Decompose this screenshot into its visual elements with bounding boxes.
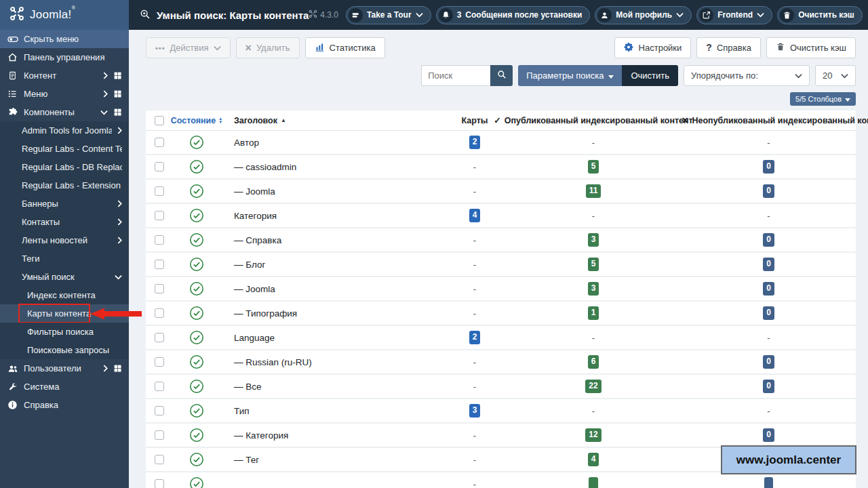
select-all-checkbox[interactable] xyxy=(155,116,164,125)
row-checkbox[interactable] xyxy=(155,211,164,220)
row-checkbox[interactable] xyxy=(155,382,164,391)
my-profile-pill[interactable]: Мой профиль xyxy=(595,6,692,24)
sidebar-item-11[interactable]: Ленты новостей xyxy=(0,231,129,249)
clear-cache-pill[interactable]: Очистить кэш xyxy=(777,6,863,24)
empty-dash: - xyxy=(473,382,476,392)
search-button[interactable] xyxy=(490,65,513,86)
frontend-pill[interactable]: Frontend xyxy=(696,6,772,24)
row-checkbox[interactable] xyxy=(155,260,164,269)
row-checkbox[interactable] xyxy=(155,333,164,342)
row-checkbox[interactable] xyxy=(155,455,164,464)
sidebar-item-4[interactable]: Компоненты xyxy=(0,103,129,121)
question-icon: ? xyxy=(706,43,712,53)
sort-status-header[interactable]: Состояние ▲▼ xyxy=(171,116,222,125)
sidebar-item-7[interactable]: Regular Labs - DB Replacer xyxy=(0,158,129,176)
search-input[interactable] xyxy=(421,65,490,86)
published-status-icon[interactable] xyxy=(189,330,204,345)
search-options-button[interactable]: Параметры поиска xyxy=(518,65,622,86)
dashboard-grid-icon[interactable] xyxy=(113,89,122,98)
help-button[interactable]: ?Справка xyxy=(696,37,761,58)
row-checkbox[interactable] xyxy=(155,138,164,147)
sidebar-item-9[interactable]: Баннеры xyxy=(0,195,129,213)
clear-button[interactable]: Очистить xyxy=(622,65,678,86)
unpublished-cell: - xyxy=(682,211,856,221)
take-a-tour-pill[interactable]: Take a Tour xyxy=(346,6,431,24)
row-status-cell xyxy=(173,159,220,174)
maps-cell: 2 xyxy=(444,136,505,148)
published-status-icon[interactable] xyxy=(189,184,204,199)
dashboard-grid-icon[interactable] xyxy=(113,364,122,373)
published-cell: 11 xyxy=(505,184,682,197)
published-status-icon[interactable] xyxy=(189,428,204,443)
row-checkbox[interactable] xyxy=(155,284,164,293)
row-checkbox[interactable] xyxy=(155,235,164,245)
chevron-right-icon xyxy=(103,90,108,98)
sidebar-item-10[interactable]: Контакты xyxy=(0,213,129,231)
published-status-icon[interactable] xyxy=(189,257,204,272)
limit-select[interactable]: 20 xyxy=(815,65,856,86)
order-select[interactable]: Упорядочить по: xyxy=(684,65,810,86)
actions-button: •••Действия xyxy=(146,37,231,58)
clear-cache-button[interactable]: Очистить кэш xyxy=(766,37,856,58)
published-status-icon[interactable] xyxy=(189,306,204,321)
published-status-icon[interactable] xyxy=(189,208,204,223)
published-status-icon[interactable] xyxy=(189,452,204,467)
row-checkbox[interactable] xyxy=(155,406,164,415)
sidebar-item-0[interactable]: Скрыть меню xyxy=(0,30,129,48)
sidebar-item-1[interactable]: Панель управления xyxy=(0,48,129,66)
row-checkbox[interactable] xyxy=(155,162,164,171)
sidebar-item-14[interactable]: Индекс контента xyxy=(0,286,129,304)
sidebar-item-20[interactable]: Справка xyxy=(0,396,129,414)
published-status-icon[interactable] xyxy=(189,281,204,296)
sidebar-item-12[interactable]: Теги xyxy=(0,249,129,268)
sidebar-item-5[interactable]: Admin Tools for Joomla! xyxy=(0,121,129,140)
maps-cell: - xyxy=(444,382,505,392)
sidebar-item-3[interactable]: Меню xyxy=(0,85,129,103)
empty-dash: - xyxy=(473,162,476,172)
chevron-down-icon xyxy=(795,70,802,81)
options-button[interactable]: Настройки xyxy=(614,37,692,58)
chevron-right-icon xyxy=(103,72,108,79)
row-checkbox[interactable] xyxy=(155,430,164,440)
published-status-icon[interactable] xyxy=(189,159,204,174)
maps-cell: - xyxy=(444,357,505,367)
published-status-icon[interactable] xyxy=(189,232,204,247)
sidebar-item-19[interactable]: Система xyxy=(0,378,129,396)
unpublished-cell: 0 xyxy=(682,428,856,441)
post-install-messages-pill[interactable]: 3Сообщения после установки xyxy=(436,6,591,24)
row-title: Автор xyxy=(234,138,259,148)
empty-dash: - xyxy=(592,406,595,416)
statistics-button[interactable]: Статистика xyxy=(305,37,385,58)
published-status-icon[interactable] xyxy=(189,135,204,150)
sidebar-item-label: Система xyxy=(24,382,122,392)
sidebar-item-17[interactable]: Поисковые запросы xyxy=(0,341,129,359)
published-cell: 5 xyxy=(505,160,682,173)
sidebar-item-8[interactable]: Regular Labs - Extension Manager xyxy=(0,176,129,195)
wrench-icon xyxy=(7,382,18,392)
sidebar-item-2[interactable]: Контент xyxy=(0,66,129,85)
published-status-icon[interactable] xyxy=(189,379,204,394)
maps-badge: 4 xyxy=(469,209,481,222)
sidebar-item-6[interactable]: Regular Labs - Content Templater xyxy=(0,140,129,158)
maps-cell: - xyxy=(444,430,505,441)
sort-asc-icon: ▲ xyxy=(281,117,286,123)
dashboard-grid-icon[interactable] xyxy=(113,71,122,80)
published-status-icon[interactable] xyxy=(189,476,204,488)
sidebar-item-18[interactable]: Пользователи xyxy=(0,359,129,378)
row-checkbox[interactable] xyxy=(155,186,164,196)
columns-button[interactable]: 5/5 Столбцов xyxy=(790,92,856,106)
row-title: — Типография xyxy=(234,308,297,319)
row-checkbox[interactable] xyxy=(155,308,164,318)
row-checkbox[interactable] xyxy=(155,479,164,488)
published-status-icon[interactable] xyxy=(189,354,204,369)
row-checkbox[interactable] xyxy=(155,357,164,367)
published-status-icon[interactable] xyxy=(189,403,204,418)
sidebar-item-label: Regular Labs - DB Replacer xyxy=(22,162,122,172)
sort-title-header[interactable]: Заголовок ▲ xyxy=(234,116,286,125)
empty-dash: - xyxy=(592,211,595,221)
sidebar-item-13[interactable]: Умный поиск xyxy=(0,268,129,286)
sidebar-item-16[interactable]: Фильтры поиска xyxy=(0,323,129,341)
sidebar-item-15[interactable]: Карты контента xyxy=(0,304,129,323)
dashboard-grid-icon[interactable] xyxy=(113,108,122,117)
sidebar-item-label: Regular Labs - Extension Manager xyxy=(22,180,122,190)
